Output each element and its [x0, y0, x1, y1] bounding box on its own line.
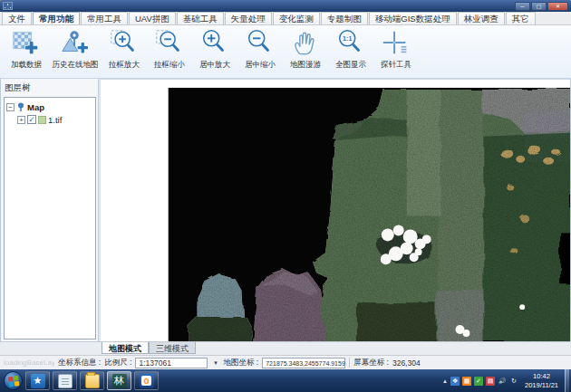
center-zoom-in-button[interactable]: 居中放大 — [192, 27, 237, 76]
minimize-button[interactable]: ─ — [515, 2, 530, 11]
tool-label: 历史在线地图 — [53, 60, 99, 71]
scale-dropdown-icon[interactable]: ▼ — [211, 360, 219, 366]
scale-input[interactable]: 1:137061 — [135, 358, 208, 368]
tab-change-detection[interactable]: 变化监测 — [273, 12, 320, 24]
box-zoom-in-button[interactable]: 拉框放大 — [102, 27, 147, 76]
taskbar-clock[interactable]: 10:42 2019/11/21 — [521, 372, 562, 389]
tree-node-label[interactable]: 1.tif — [48, 115, 62, 125]
expand-icon[interactable]: + — [17, 116, 25, 124]
tab-vector-processing[interactable]: 矢量处理 — [225, 12, 272, 24]
taskbar-app-o[interactable]: o — [134, 371, 159, 390]
load-data-icon — [11, 28, 42, 59]
ribbon-tab-bar: 文件 常用功能 常用工具 UAV拼图 基础工具 矢量处理 变化监测 专题制图 移… — [0, 12, 571, 25]
map-canvas[interactable] — [101, 79, 570, 341]
screen-coord-label: 屏幕坐标 : — [353, 358, 389, 368]
forestry-app-icon: 林 — [112, 374, 127, 388]
map-coord-label: 地图坐标 : — [223, 358, 258, 368]
status-bar: loadingBaseLayer1 坐标系信息 : 比例尺 : 1:137061… — [0, 355, 571, 369]
svg-text:1:1: 1:1 — [343, 35, 352, 43]
system-tray: ▲ ❖ ▦ ✓ ▤ 🔊 ↻ 10:42 2019/11/21 — [442, 369, 569, 392]
tool-label: 拉框放大 — [109, 60, 140, 71]
tool-label: 居中放大 — [199, 60, 230, 71]
main-area: 图层树 − Map + ✓ 1.tif — [0, 79, 571, 341]
tab-common-tools[interactable]: 常用工具 — [81, 12, 128, 24]
tab-file[interactable]: 文件 — [2, 12, 32, 24]
layer-visibility-checkbox[interactable]: ✓ — [27, 115, 36, 124]
tab-other[interactable]: 其它 — [506, 12, 536, 24]
map-mode-tab-bar: 地图模式 三维模式 — [0, 341, 571, 355]
probe-tool-icon — [381, 28, 411, 59]
layer-panel: 图层树 − Map + ✓ 1.tif — [1, 79, 98, 341]
coord-system-label: 坐标系信息 : — [58, 358, 101, 368]
tab-basic-tools[interactable]: 基础工具 — [177, 12, 224, 24]
box-zoom-out-button[interactable]: 拉框缩小 — [147, 27, 192, 76]
windows-taskbar: ★ 林 o ▲ ❖ ▦ ✓ ▤ 🔊 ↻ 10:42 2019/11/21 — [0, 369, 571, 392]
folder-icon — [85, 374, 100, 388]
screen-coord-value: 326,304 — [392, 359, 421, 368]
collapse-icon[interactable]: − — [6, 103, 15, 111]
pan-map-button[interactable]: 地图漫游 — [283, 27, 328, 76]
tab-thematic-mapping[interactable]: 专题制图 — [321, 12, 368, 24]
tray-antivirus-icon[interactable]: ❖ — [450, 377, 460, 386]
hidden-icons-arrow[interactable]: ▲ — [442, 378, 448, 384]
notepad-icon — [58, 374, 73, 388]
network-sync-icon[interactable]: ↻ — [509, 377, 518, 386]
tray-chat-icon[interactable]: ▦ — [462, 377, 471, 386]
tool-label: 拉框缩小 — [154, 60, 185, 71]
tray-security-icon[interactable]: ✓ — [474, 377, 483, 386]
pan-hand-icon — [290, 28, 321, 59]
taskbar-app-explorer[interactable] — [80, 371, 104, 390]
tool-label: 探针工具 — [381, 60, 411, 71]
tab-uav-mosaic[interactable]: UAV拼图 — [129, 12, 176, 24]
box-zoom-in-icon — [109, 28, 140, 59]
raster-layer-icon — [38, 116, 46, 124]
tree-node-label[interactable]: Map — [27, 102, 44, 112]
close-button[interactable]: ✕ — [547, 2, 568, 11]
taskbar-app-notepad[interactable] — [53, 371, 77, 390]
clock-date: 2019/11/21 — [525, 381, 558, 389]
o-app-icon: o — [140, 374, 154, 388]
map-column — [101, 79, 570, 341]
maximize-button[interactable]: ▢ — [531, 2, 547, 11]
tool-label: 居中缩小 — [245, 60, 276, 71]
map-pin-icon — [16, 102, 25, 111]
windows-flag-icon — [8, 376, 20, 387]
tree-node-layer[interactable]: + ✓ 1.tif — [6, 113, 93, 126]
tray-alert-icon[interactable]: ▤ — [486, 377, 495, 386]
map-coord-value: 721875.3483,2455774.9159 — [262, 358, 345, 368]
tab-forestry-survey[interactable]: 林业调查 — [458, 12, 505, 24]
tool-label: 地图漫游 — [290, 60, 321, 71]
history-online-map-button[interactable]: 历史在线地图 — [49, 27, 102, 76]
tool-label: 全图显示 — [335, 60, 366, 71]
tab-map-mode[interactable]: 地图模式 — [102, 342, 149, 354]
status-separator — [349, 358, 350, 368]
taskbar-app-star[interactable]: ★ — [25, 371, 50, 390]
history-online-map-icon — [60, 28, 91, 59]
taskbar-app-forestry[interactable]: 林 — [107, 371, 131, 390]
full-extent-button[interactable]: 1:1 全图显示 — [328, 27, 373, 76]
center-zoom-out-icon — [245, 28, 276, 59]
title-bar: ─ ▢ ✕ — [0, 0, 571, 12]
application-window: ─ ▢ ✕ 文件 常用功能 常用工具 UAV拼图 基础工具 矢量处理 变化监测 … — [0, 0, 571, 392]
load-data-button[interactable]: 加载数据 — [4, 27, 49, 76]
satellite-mosaic — [101, 80, 570, 341]
tab-3d-mode[interactable]: 三维模式 — [149, 342, 196, 354]
layer-tree[interactable]: − Map + ✓ 1.tif — [4, 97, 96, 339]
star-app-icon: ★ — [31, 374, 45, 388]
layer-panel-title: 图层树 — [4, 81, 96, 97]
box-zoom-out-icon — [154, 28, 185, 59]
probe-tool-button[interactable]: 探针工具 — [373, 27, 419, 76]
tab-mobile-gis-data[interactable]: 移动端GIS数据处理 — [369, 12, 457, 24]
clock-time: 10:42 — [525, 372, 558, 380]
full-extent-icon: 1:1 — [335, 28, 366, 59]
start-button[interactable] — [4, 371, 23, 390]
volume-icon[interactable]: 🔊 — [498, 377, 507, 386]
tab-common-functions[interactable]: 常用功能 — [33, 12, 80, 24]
center-zoom-out-button[interactable]: 居中缩小 — [237, 27, 283, 76]
scale-label: 比例尺 : — [104, 358, 131, 368]
app-icon — [3, 2, 13, 10]
tree-node-map[interactable]: − Map — [6, 100, 93, 113]
tool-label: 加载数据 — [11, 60, 42, 71]
show-desktop-button[interactable] — [565, 369, 569, 392]
toolbar: 加载数据 历史在线地图 拉框放大 — [0, 25, 571, 79]
